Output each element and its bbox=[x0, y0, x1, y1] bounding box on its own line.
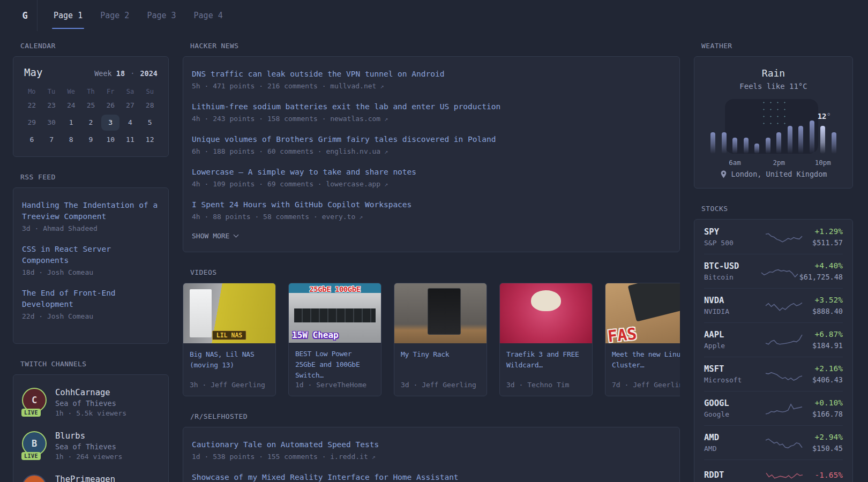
rss-item-meta: 3d · Ahmad Shadeed bbox=[22, 224, 160, 232]
external-link-icon: ↗ bbox=[384, 148, 388, 155]
page-tab[interactable]: Page 4 bbox=[192, 0, 225, 31]
thumbnail-banner: LIL NAS bbox=[212, 330, 246, 340]
stock-change: +1.29% bbox=[812, 227, 843, 236]
hn-item-title[interactable]: DNS traffic can leak outside the VPN tun… bbox=[192, 69, 671, 80]
left-column: CALENDAR May Week 18 · 2024 MoTuWeThFrSa… bbox=[13, 42, 169, 482]
stock-ticker: GOOGL bbox=[704, 398, 760, 408]
current-temp-label: 12° bbox=[818, 112, 831, 120]
channel-name[interactable]: Blurbs bbox=[55, 431, 122, 441]
video-thumbnail[interactable] bbox=[394, 283, 487, 343]
live-badge: LIVE bbox=[21, 452, 41, 460]
daylight-band bbox=[725, 99, 818, 154]
hn-show-more-button[interactable]: SHOW MORE bbox=[192, 232, 671, 240]
video-card: 25GbE 100GbE 15W Cheap BEST Low Power 25… bbox=[288, 283, 381, 396]
channel-name[interactable]: CohhCarnage bbox=[55, 388, 126, 397]
page-tab[interactable]: Page 2 bbox=[99, 0, 131, 31]
stock-sparkline bbox=[765, 229, 803, 245]
stock-sparkline bbox=[765, 366, 803, 382]
hn-item-meta: 6h · 188 points · 60 comments · english.… bbox=[192, 147, 671, 155]
twitch-channel-row[interactable]: P ThePrimeagen bbox=[22, 475, 160, 482]
reddit-item-title[interactable]: Cautionary Tale on Automated Speed Tests bbox=[192, 439, 671, 450]
stock-row: NVDA NVIDIA +3.52% $888.40 bbox=[704, 288, 843, 322]
stock-sparkline bbox=[765, 332, 803, 348]
video-title[interactable]: My Tiny Rack bbox=[401, 349, 480, 360]
rss-item-title[interactable]: CSS in React Server Components bbox=[22, 244, 160, 266]
video-card: My Tiny Rack 3d · Jeff Geerling bbox=[394, 283, 487, 396]
page-tab[interactable]: Page 1 bbox=[52, 0, 84, 31]
calendar-day: 27 bbox=[121, 97, 139, 114]
weather-section: WEATHER Rain Feels like 11°C bbox=[694, 42, 853, 189]
stock-change: +2.94% bbox=[812, 433, 843, 441]
stock-company: S&P 500 bbox=[704, 239, 760, 247]
rain-dots-pattern bbox=[760, 99, 788, 129]
weather-temp-bar bbox=[832, 132, 836, 154]
app-logo[interactable]: G bbox=[13, 0, 38, 31]
reddit-item: Cautionary Tale on Automated Speed Tests… bbox=[192, 439, 671, 461]
stock-change: +2.16% bbox=[812, 364, 843, 373]
weather-temp-bar bbox=[820, 126, 825, 154]
video-thumbnail[interactable] bbox=[500, 283, 592, 343]
weather-hour-cell bbox=[798, 104, 803, 154]
rss-item-title[interactable]: Handling The Indentation of a Treeview C… bbox=[22, 200, 160, 222]
reddit-section: /R/SELFHOSTED Cautionary Tale on Automat… bbox=[183, 412, 680, 482]
twitch-channel-row[interactable]: B LIVE Blurbs Sea of Thieves 1h · 264 vi… bbox=[22, 431, 160, 461]
hn-item-title[interactable]: I Spent 24 Hours with GitHub Copilot Wor… bbox=[192, 199, 671, 210]
calendar-week-year: Week 18 · 2024 bbox=[94, 69, 158, 78]
reddit-item-meta: 1d · 538 points · 155 comments · i.redd.… bbox=[192, 453, 671, 461]
channel-viewers: 1h · 264 viewers bbox=[55, 453, 122, 461]
stock-sparkline bbox=[765, 401, 803, 417]
video-title[interactable]: BEST Low Power 25GbE and 100GbE Switch… bbox=[295, 349, 375, 381]
stocks-section-label: STOCKS bbox=[701, 205, 853, 213]
video-thumbnail[interactable]: 25GbE 100GbE 15W Cheap bbox=[289, 283, 381, 343]
calendar-day: 4 bbox=[121, 115, 139, 131]
avatar: B LIVE bbox=[22, 431, 47, 456]
hackernews-section: HACKER NEWS DNS traffic can leak outside… bbox=[183, 42, 680, 252]
hn-item-title[interactable]: Lithium-free sodium batteries exit the l… bbox=[192, 101, 671, 112]
stock-row: AAPL Apple +6.87% $184.91 bbox=[704, 322, 843, 357]
stock-company: Google bbox=[704, 410, 760, 418]
twitch-channel-row[interactable]: C LIVE CohhCarnage Sea of Thieves 1h · 5… bbox=[22, 388, 160, 417]
reddit-item-title[interactable]: Showcase of my Mixed Reality Interface f… bbox=[192, 472, 671, 482]
stock-ticker: BTC-USD bbox=[704, 261, 760, 271]
calendar-day: 23 bbox=[42, 97, 61, 114]
reddit-section-label: /R/SELFHOSTED bbox=[190, 412, 680, 420]
hn-item: Lithium-free sodium batteries exit the l… bbox=[192, 101, 671, 123]
video-card: LIL NAS Big NAS, Lil NAS (moving 13) 3h … bbox=[183, 283, 276, 396]
stock-ticker: MSFT bbox=[704, 364, 760, 374]
weather-time-label: 10pm bbox=[815, 159, 831, 167]
twitch-widget: C LIVE CohhCarnage Sea of Thieves 1h · 5… bbox=[13, 374, 169, 482]
calendar-day: 12 bbox=[141, 132, 159, 148]
video-title[interactable]: Traefik 3 and FREE Wildcard… bbox=[506, 349, 586, 371]
video-thumbnail[interactable]: FAS bbox=[605, 283, 680, 343]
video-thumbnail[interactable]: LIL NAS bbox=[183, 283, 275, 343]
videos-row: LIL NAS Big NAS, Lil NAS (moving 13) 3h … bbox=[183, 283, 680, 396]
weather-hour-cell bbox=[710, 104, 715, 154]
hn-item-meta: 4h · 88 points · 58 comments · every.to↗ bbox=[192, 213, 671, 221]
channel-name[interactable]: ThePrimeagen bbox=[55, 475, 115, 482]
video-title[interactable]: Meet the new Linux Cluster… bbox=[612, 349, 680, 371]
stock-company: Bitcoin bbox=[704, 273, 760, 281]
hn-item-title[interactable]: Lowercase – A simple way to take and sha… bbox=[192, 167, 671, 178]
video-title[interactable]: Big NAS, Lil NAS (moving 13) bbox=[190, 349, 269, 371]
weather-widget: Rain Feels like 11°C bbox=[694, 56, 853, 189]
weather-temp-bar bbox=[798, 126, 803, 154]
calendar-day: 10 bbox=[101, 132, 119, 148]
calendar-day: 26 bbox=[101, 97, 119, 114]
rss-section: RSS FEED Handling The Indentation of a T… bbox=[13, 173, 169, 344]
stock-sparkline bbox=[765, 467, 804, 482]
stock-change: +3.52% bbox=[812, 296, 843, 304]
avatar: P bbox=[22, 475, 47, 482]
page-tab[interactable]: Page 3 bbox=[145, 0, 177, 31]
calendar-day: 9 bbox=[81, 132, 100, 148]
degree-icon: ° bbox=[827, 112, 831, 120]
calendar-day: 8 bbox=[62, 132, 80, 148]
stock-sparkline bbox=[765, 298, 803, 314]
stock-row: BTC-USD Bitcoin +4.40% $61,725.48 bbox=[704, 254, 843, 288]
weather-hour-cell bbox=[766, 104, 770, 154]
avatar-initial: B bbox=[32, 438, 37, 449]
stock-ticker: AAPL bbox=[704, 330, 760, 340]
thumbnail-text-top: 25GbE 100GbE bbox=[289, 285, 381, 293]
hn-item-title[interactable]: Unique volumes of Brothers Grimm fairy t… bbox=[192, 134, 671, 145]
weather-time-label: 6am bbox=[729, 159, 741, 167]
rss-item-title[interactable]: The End of Front-End Development bbox=[22, 288, 160, 310]
